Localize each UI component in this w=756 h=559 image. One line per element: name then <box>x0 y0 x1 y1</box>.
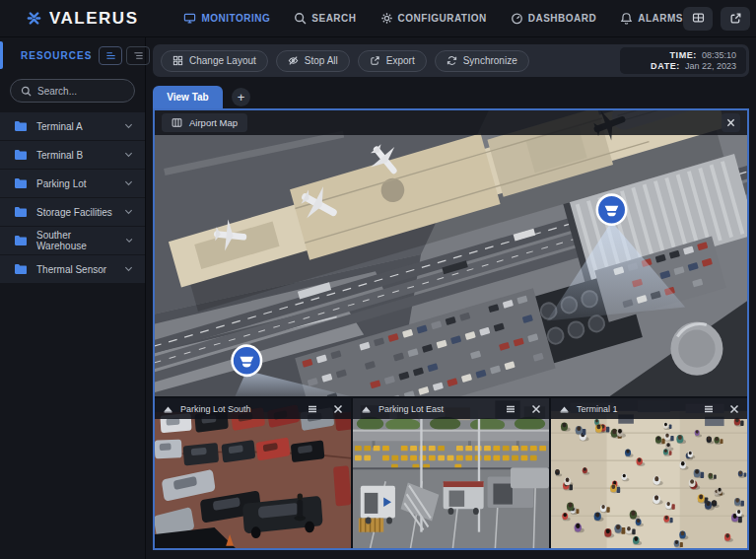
top-bar: VALERUS MONITORING SEARCH CONFIGURATION … <box>0 0 756 37</box>
camera-marker[interactable] <box>597 195 626 225</box>
video-tile-header: Parking Lot South <box>155 398 351 419</box>
menu-icon <box>308 404 317 414</box>
bell-icon <box>620 12 633 25</box>
gear-icon <box>380 12 393 25</box>
close-icon <box>726 118 735 127</box>
date-value: Jan 22, 2023 <box>685 61 736 71</box>
change-layout-button[interactable]: Change Layout <box>161 50 268 72</box>
list-view-button[interactable] <box>99 46 122 65</box>
map-title-pill: Airport Map <box>162 113 247 132</box>
video-tile-title: Terminal 1 <box>577 404 618 414</box>
map-tile-header: Airport Map <box>155 110 747 135</box>
tile-menu-button[interactable] <box>308 404 317 414</box>
nav-label: MONITORING <box>201 13 270 24</box>
nav-alarms[interactable]: ALARMS <box>620 12 683 25</box>
resource-folder-list: Terminal A Terminal B Parking Lot Storag… <box>0 112 145 284</box>
date-label: DATE: <box>651 61 680 71</box>
brand-name: VALERUS <box>49 9 138 29</box>
add-tab-button[interactable]: + <box>232 88 250 106</box>
parking-lot-east-scene <box>353 398 549 548</box>
camera-marker[interactable] <box>233 346 261 376</box>
list-groups-icon <box>133 50 144 61</box>
video-tile-header: Terminal 1 <box>551 398 747 419</box>
map-icon <box>172 117 182 128</box>
chevron-down-icon <box>124 209 133 215</box>
system-clock: TIME: 08:35:10 DATE: Jan 22, 2023 <box>620 47 746 74</box>
folder-label: Terminal A <box>36 121 83 132</box>
nav-configuration[interactable]: CONFIGURATION <box>380 12 487 25</box>
close-tile-button[interactable] <box>531 404 541 414</box>
valerus-logo-icon <box>26 10 42 27</box>
search-icon <box>294 12 307 25</box>
synchronize-button[interactable]: Synchronize <box>435 50 529 72</box>
main-navigation: MONITORING SEARCH CONFIGURATION DASHBOAR… <box>183 12 683 25</box>
tile-terminal-1[interactable]: Terminal 1 <box>551 398 747 548</box>
nav-search[interactable]: SEARCH <box>294 12 356 25</box>
folder-label: Terminal B <box>36 150 83 161</box>
active-indicator <box>0 41 3 69</box>
grid-icon <box>172 55 183 66</box>
folder-label: Parking Lot <box>36 178 87 189</box>
export-button[interactable]: Export <box>358 50 427 72</box>
folder-icon <box>14 120 28 132</box>
tile-parking-lot-south[interactable]: Parking Lot South <box>155 398 351 548</box>
folder-parking-lot[interactable]: Parking Lot <box>0 170 145 198</box>
folder-icon <box>14 149 28 161</box>
folder-label: Storage Facilities <box>36 207 112 218</box>
camera-icon <box>361 404 372 414</box>
close-tile-button[interactable] <box>333 404 343 414</box>
airport-map-scene <box>155 110 747 396</box>
close-icon <box>729 404 739 414</box>
nav-label: CONFIGURATION <box>398 13 487 24</box>
button-label: Export <box>386 55 415 66</box>
nav-label: ALARMS <box>638 13 683 24</box>
close-tile-button[interactable] <box>729 404 739 414</box>
brand-logo: VALERUS <box>26 9 138 29</box>
folder-terminal-a[interactable]: Terminal A <box>0 112 145 141</box>
wall-display-icon <box>692 12 705 25</box>
video-tile-title: Parking Lot East <box>378 404 444 414</box>
tile-airport-map[interactable]: Airport Map <box>155 110 747 396</box>
tile-menu-button[interactable] <box>704 404 714 414</box>
wall-display-button[interactable] <box>683 7 713 31</box>
nav-monitoring[interactable]: MONITORING <box>183 12 270 25</box>
chevron-down-icon <box>125 238 133 244</box>
folder-souther-warehouse[interactable]: Souther Warehouse <box>0 227 145 255</box>
video-tile-title: Parking Lot South <box>180 404 251 414</box>
folder-thermal-sensor[interactable]: Thermal Sensor <box>0 255 145 284</box>
search-input[interactable] <box>37 86 124 97</box>
monitoring-toolbar: Change Layout Stop All Export Synchroniz… <box>153 44 749 77</box>
group-view-button[interactable] <box>126 46 150 65</box>
share-icon <box>729 12 742 25</box>
nav-dashboard[interactable]: DASHBOARD <box>511 12 597 25</box>
resources-sidebar: RESOURCES Terminal A <box>0 37 146 559</box>
video-wall: Airport Map <box>153 108 749 550</box>
folder-icon <box>14 206 28 218</box>
tile-parking-lot-east[interactable]: Parking Lot East <box>353 398 549 548</box>
top-bar-actions <box>683 7 756 31</box>
view-tabs: View Tab + <box>153 86 749 108</box>
folder-icon <box>14 235 28 246</box>
folder-icon <box>14 177 28 189</box>
camera-icon <box>163 404 173 414</box>
close-icon <box>531 404 541 414</box>
tab-view-tab[interactable]: View Tab <box>153 86 223 108</box>
terminal-1-scene <box>551 398 747 548</box>
folder-label: Thermal Sensor <box>36 264 106 275</box>
folder-terminal-b[interactable]: Terminal B <box>0 141 145 170</box>
folder-icon <box>14 263 28 275</box>
menu-icon <box>506 404 515 414</box>
close-map-tile-button[interactable] <box>722 113 740 132</box>
button-label: Stop All <box>305 55 338 66</box>
nav-label: DASHBOARD <box>528 13 597 24</box>
eye-off-icon <box>288 55 299 66</box>
folder-storage-facilities[interactable]: Storage Facilities <box>0 198 145 227</box>
chevron-down-icon <box>124 152 133 158</box>
stop-all-button[interactable]: Stop All <box>276 50 350 72</box>
resources-title: RESOURCES <box>21 50 92 61</box>
tile-menu-button[interactable] <box>506 404 515 414</box>
folder-label: Souther Warehouse <box>36 230 116 251</box>
chevron-down-icon <box>124 266 133 272</box>
parking-lot-south-scene <box>155 398 351 548</box>
export-view-button[interactable] <box>721 7 750 31</box>
